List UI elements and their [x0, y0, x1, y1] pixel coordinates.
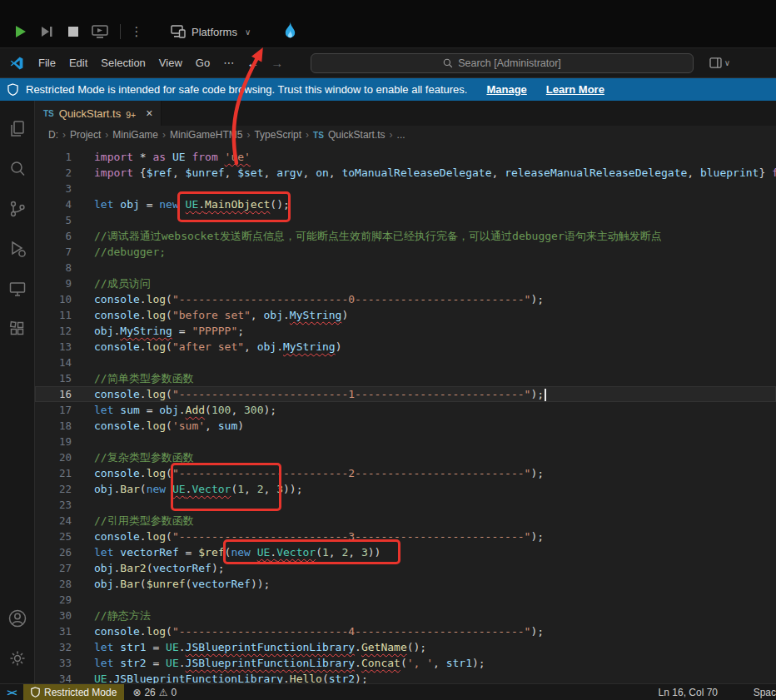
manage-link[interactable]: Manage [486, 83, 526, 96]
source-control-icon[interactable] [0, 189, 35, 229]
line-number[interactable]: 34 [35, 671, 72, 683]
code-line[interactable]: 1import * as UE from 'ue' [35, 149, 776, 165]
code-line[interactable]: 4let obj = new UE.MainObject(); [35, 196, 776, 212]
menu-edit[interactable]: Edit [62, 53, 94, 72]
line-number[interactable]: 18 [35, 418, 72, 434]
back-icon[interactable]: ← [241, 56, 265, 70]
line-number[interactable]: 10 [35, 291, 72, 307]
code-line[interactable]: 10console.log("-------------------------… [35, 291, 776, 307]
breadcrumb-item[interactable]: Project [70, 129, 101, 141]
line-number[interactable]: 8 [35, 260, 72, 276]
code-line[interactable]: 9//成员访问 [35, 276, 776, 291]
layout-toggle[interactable]: ∨ [709, 57, 730, 68]
code-line[interactable]: 21console.log("-------------------------… [35, 465, 776, 481]
code-line[interactable]: 13console.log("after set", obj.MyString) [35, 339, 776, 355]
code-line[interactable]: 31console.log("-------------------------… [35, 623, 776, 639]
line-number[interactable]: 13 [35, 339, 72, 355]
close-icon[interactable]: × [146, 107, 152, 120]
code-line[interactable]: 8 [35, 260, 776, 276]
indentation-status[interactable]: Spaces: 4 [754, 687, 776, 698]
line-number[interactable]: 11 [35, 307, 72, 323]
skip-button[interactable] [37, 22, 57, 42]
code-line[interactable]: 16console.log("-------------------------… [35, 386, 776, 402]
line-number[interactable]: 21 [35, 465, 72, 481]
line-number[interactable]: 20 [35, 449, 72, 465]
breadcrumb-item[interactable]: MiniGameHTM5 [170, 129, 242, 141]
line-number[interactable]: 12 [35, 323, 72, 339]
code-line[interactable]: 19 [35, 434, 776, 449]
line-number[interactable]: 26 [35, 544, 72, 560]
code-line[interactable]: 32let str1 = UE.JSBlueprintFunctionLibra… [35, 639, 776, 655]
breadcrumb-item[interactable]: D: [48, 129, 58, 141]
code-line[interactable]: 22obj.Bar(new UE.Vector(1, 2, 3)); [35, 481, 776, 497]
code-line[interactable]: 26let vectorRef = $ref(new UE.Vector(1, … [35, 544, 776, 560]
code-line[interactable]: 20//复杂类型参数函数 [35, 449, 776, 465]
settings-gear-icon[interactable] [0, 638, 35, 678]
code-editor[interactable]: 1import * as UE from 'ue'2import {$ref, … [35, 144, 776, 683]
line-number[interactable]: 27 [35, 560, 72, 576]
line-number[interactable]: 30 [35, 608, 72, 623]
code-line[interactable]: 29 [35, 592, 776, 608]
line-number[interactable]: 22 [35, 481, 72, 497]
code-line[interactable]: 28obj.Bar($unref(vectorRef)); [35, 576, 776, 592]
line-number[interactable]: 33 [35, 655, 72, 671]
accounts-icon[interactable] [0, 598, 35, 638]
launch-button[interactable] [90, 22, 110, 42]
line-number[interactable]: 23 [35, 497, 72, 513]
code-line[interactable]: 17let sum = obj.Add(100, 300); [35, 402, 776, 418]
kebab-menu[interactable]: ⋮ [131, 22, 142, 42]
line-number[interactable]: 31 [35, 623, 72, 639]
line-number[interactable]: 5 [35, 212, 72, 228]
line-number[interactable]: 2 [35, 165, 72, 181]
line-number[interactable]: 9 [35, 276, 72, 291]
code-line[interactable]: 6//调试器通过websocket发送断点信息，可能断点生效前脚本已经执行完备，… [35, 228, 776, 244]
run-debug-icon[interactable] [0, 229, 35, 269]
code-line[interactable]: 18console.log('sum', sum) [35, 418, 776, 434]
code-line[interactable]: 14 [35, 355, 776, 370]
search-sidebar-icon[interactable] [0, 149, 35, 189]
line-number[interactable]: 4 [35, 196, 72, 212]
line-number[interactable]: 32 [35, 639, 72, 655]
code-line[interactable]: 5 [35, 212, 776, 228]
line-number[interactable]: 24 [35, 513, 72, 529]
tab-quickstart[interactable]: TS QuickStart.ts 9+ × [35, 101, 162, 126]
breadcrumb-file[interactable]: QuickStart.ts [328, 129, 386, 141]
play-button[interactable] [10, 22, 30, 42]
code-line[interactable]: 11console.log("before set", obj.MyString… [35, 307, 776, 323]
menu-selection[interactable]: Selection [94, 53, 152, 72]
line-number[interactable]: 17 [35, 402, 72, 418]
menu-go[interactable]: Go [189, 53, 216, 72]
code-line[interactable]: 33let str2 = UE.JSBlueprintFunctionLibra… [35, 655, 776, 671]
code-line[interactable]: 12obj.MyString = "PPPPP"; [35, 323, 776, 339]
breadcrumb-more[interactable]: ... [397, 129, 405, 141]
breadcrumb-item[interactable]: MiniGame [112, 129, 158, 141]
code-line[interactable]: 30//静态方法 [35, 608, 776, 623]
search-input[interactable]: Search [Administrator] [311, 53, 694, 73]
line-number[interactable]: 16 [35, 386, 72, 402]
code-line[interactable]: 2import {$ref, $unref, $set, argv, on, t… [35, 165, 776, 181]
extensions-icon[interactable] [0, 309, 35, 349]
explorer-icon[interactable] [0, 109, 35, 149]
line-number[interactable]: 25 [35, 529, 72, 544]
menu-view[interactable]: View [152, 53, 189, 72]
problems-status[interactable]: ⊗ 26 ⚠ 0 [132, 687, 177, 698]
line-number[interactable]: 15 [35, 370, 72, 386]
line-number[interactable]: 7 [35, 244, 72, 260]
forward-icon[interactable]: → [265, 56, 289, 70]
line-number[interactable]: 29 [35, 592, 72, 608]
menu-more[interactable]: ⋯ [216, 53, 241, 72]
code-line[interactable]: 25console.log("-------------------------… [35, 529, 776, 544]
menu-file[interactable]: File [32, 53, 62, 72]
line-number[interactable]: 6 [35, 228, 72, 244]
code-line[interactable]: 23 [35, 497, 776, 513]
line-number[interactable]: 14 [35, 355, 72, 370]
line-number[interactable]: 19 [35, 434, 72, 449]
remote-indicator[interactable]: >< [0, 684, 23, 700]
learn-more-link[interactable]: Learn More [546, 83, 604, 96]
line-number[interactable]: 1 [35, 149, 72, 165]
line-number[interactable]: 3 [35, 181, 72, 196]
stop-button[interactable] [63, 22, 83, 42]
restricted-mode-status[interactable]: Restricted Mode [23, 684, 124, 700]
code-line[interactable]: 15//简单类型参数函数 [35, 370, 776, 386]
flame-icon[interactable] [282, 22, 298, 42]
